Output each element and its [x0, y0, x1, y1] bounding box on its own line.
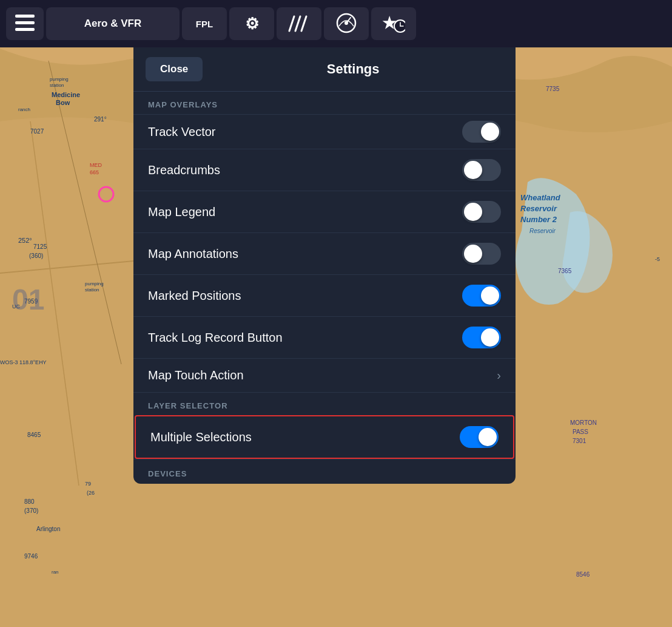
- svg-line-47: [295, 16, 300, 31]
- devices-section: DEVICES: [133, 459, 516, 484]
- svg-text:Number 2: Number 2: [520, 215, 557, 224]
- svg-line-46: [289, 16, 294, 31]
- svg-text:MORTON: MORTON: [570, 419, 597, 426]
- svg-text:(370): (370): [24, 507, 38, 514]
- map-touch-action-row[interactable]: Map Touch Action ›: [133, 358, 516, 392]
- marked-positions-row: Marked Positions: [133, 274, 516, 316]
- svg-text:7125: 7125: [33, 243, 47, 250]
- breadcrumbs-row: Breadcrumbs: [133, 149, 516, 191]
- map-overlays-section: MAP OVERLAYS Track Vector Breadcrumbs Ma…: [133, 92, 516, 392]
- map-annotations-label: Map Annotations: [148, 247, 238, 261]
- settings-header: Close Settings: [133, 47, 516, 92]
- map-legend-row: Map Legend: [133, 191, 516, 232]
- map-annotations-row: Map Annotations: [133, 232, 516, 274]
- map-legend-toggle[interactable]: [462, 201, 501, 223]
- marked-positions-toggle[interactable]: [462, 285, 501, 307]
- svg-rect-44: [15, 21, 35, 24]
- svg-text:7735: 7735: [546, 86, 560, 92]
- map-overlays-label: MAP OVERLAYS: [133, 92, 516, 114]
- multiple-selections-label: Multiple Selections: [150, 430, 252, 444]
- svg-text:ranch: ranch: [18, 107, 30, 112]
- svg-text:PASS: PASS: [573, 429, 588, 435]
- settings-button[interactable]: ⚙: [229, 7, 274, 40]
- svg-rect-43: [15, 15, 35, 18]
- layers-icon: [15, 15, 35, 33]
- breadcrumbs-toggle[interactable]: [462, 159, 501, 181]
- svg-text:Bow: Bow: [56, 99, 70, 106]
- speedometer-icon: [336, 13, 357, 35]
- breadcrumbs-label: Breadcrumbs: [148, 163, 220, 177]
- fpl-button[interactable]: FPL: [182, 7, 227, 40]
- svg-text:7301: 7301: [573, 438, 586, 444]
- svg-text:8546: 8546: [576, 571, 590, 578]
- svg-text:252°: 252°: [18, 237, 32, 244]
- signal-icon: [288, 14, 310, 34]
- svg-text:7365: 7365: [558, 268, 572, 274]
- svg-text:(360): (360): [29, 252, 43, 259]
- track-vector-label: Track Vector: [148, 125, 216, 139]
- star-clock-button[interactable]: ★: [371, 7, 416, 40]
- svg-text:station: station: [85, 287, 99, 293]
- svg-rect-45: [15, 28, 35, 31]
- svg-text:pumping: pumping: [85, 281, 104, 286]
- gear-icon: ⚙: [245, 15, 259, 33]
- track-log-toggle[interactable]: [462, 327, 501, 348]
- settings-panel: Close Settings MAP OVERLAYS Track Vector…: [133, 47, 516, 484]
- svg-text:01: 01: [12, 283, 44, 316]
- track-log-row: Track Log Record Button: [133, 316, 516, 358]
- svg-text:8465: 8465: [27, 432, 41, 438]
- signal-button[interactable]: [277, 7, 321, 40]
- track-vector-row: Track Vector: [133, 114, 516, 149]
- svg-text:ran: ran: [52, 569, 59, 575]
- layers-button[interactable]: [6, 7, 44, 40]
- svg-text:Reservoir: Reservoir: [520, 204, 557, 213]
- chevron-right-icon: ›: [497, 368, 501, 382]
- chart-label: Aero & VFR: [84, 18, 141, 30]
- layer-selector-section: LAYER SELECTOR Multiple Selections: [133, 392, 516, 459]
- layer-selector-label: LAYER SELECTOR: [133, 392, 516, 415]
- svg-text:WOS-3 118.8°EHY: WOS-3 118.8°EHY: [0, 359, 47, 365]
- svg-text:665: 665: [90, 169, 99, 175]
- settings-title: Settings: [203, 61, 503, 77]
- map-legend-label: Map Legend: [148, 205, 215, 219]
- speed-button[interactable]: [324, 7, 369, 40]
- multiple-selections-row: Multiple Selections: [135, 415, 514, 459]
- svg-text:79: 79: [85, 481, 91, 487]
- top-navigation: Aero & VFR FPL ⚙ ★: [0, 0, 672, 47]
- multiple-selections-toggle[interactable]: [460, 426, 499, 448]
- svg-text:Wheatland: Wheatland: [520, 193, 561, 202]
- track-log-label: Track Log Record Button: [148, 331, 283, 345]
- svg-text:9746: 9746: [24, 553, 38, 560]
- svg-text:Reservoir: Reservoir: [529, 228, 556, 234]
- fpl-label: FPL: [196, 19, 213, 29]
- devices-label: DEVICES: [148, 469, 187, 478]
- svg-text:station: station: [50, 83, 64, 88]
- svg-text:MED: MED: [90, 162, 102, 168]
- track-vector-toggle[interactable]: [462, 121, 501, 143]
- map-touch-action-label: Map Touch Action: [148, 368, 244, 382]
- svg-text:pumping: pumping: [50, 76, 69, 82]
- svg-line-48: [301, 16, 306, 31]
- close-button[interactable]: Close: [146, 57, 203, 81]
- chart-selector-button[interactable]: Aero & VFR: [46, 7, 180, 40]
- marked-positions-label: Marked Positions: [148, 289, 241, 303]
- svg-text:291°: 291°: [94, 116, 107, 123]
- svg-text:-5: -5: [655, 256, 660, 262]
- svg-text:7027: 7027: [30, 128, 44, 135]
- map-annotations-toggle[interactable]: [462, 243, 501, 265]
- svg-text:880: 880: [24, 498, 35, 505]
- svg-text:(26: (26: [87, 490, 95, 496]
- svg-text:Arlington: Arlington: [36, 526, 60, 532]
- star-clock-icon: ★: [382, 13, 405, 35]
- svg-text:Medicine: Medicine: [52, 91, 80, 98]
